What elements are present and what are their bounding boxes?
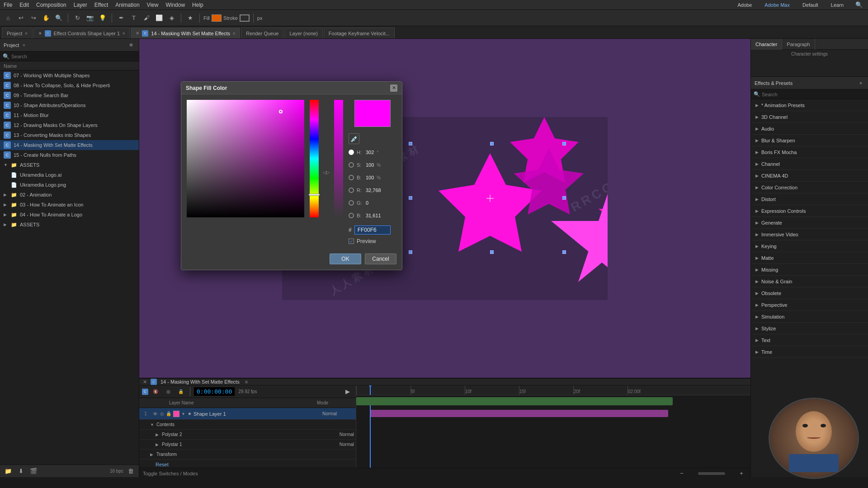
list-item[interactable]: C 07 - Working With Multiple Shapes — [0, 70, 139, 80]
hue-slider-wrap[interactable] — [310, 100, 319, 217]
effect-cat-time[interactable]: ▶ Time — [751, 346, 868, 358]
text-btn[interactable]: T — [128, 13, 139, 23]
animation-folder[interactable]: 📁 02 - Animation — [0, 190, 139, 200]
effect-cat-boris[interactable]: ▶ Boris FX Mocha — [751, 146, 868, 158]
effect-cat-noise[interactable]: ▶ Noise & Grain — [751, 276, 868, 287]
effect-cat-animation-presets[interactable]: ▶ * Animation Presets — [751, 99, 868, 111]
list-item[interactable]: C 12 - Drawing Masks On Shape Layers — [0, 120, 139, 130]
animate-logo-folder[interactable]: 📁 04 - How To Animate a Logo — [0, 210, 139, 220]
menu-item-file[interactable]: File — [4, 2, 12, 8]
undo-btn[interactable]: ↩ — [15, 13, 26, 23]
effect-cat-matte[interactable]: ▶ Matte — [751, 252, 868, 264]
tab-character[interactable]: Character — [751, 39, 782, 50]
preview-checkbox[interactable]: ✓ — [349, 239, 354, 244]
effect-cat-text[interactable]: ▶ Text — [751, 334, 868, 346]
track-bar-layer[interactable] — [370, 410, 668, 417]
home-btn[interactable]: ⌂ — [3, 13, 14, 23]
project-tab[interactable]: Project ≡ — [2, 28, 33, 38]
green-radio[interactable] — [349, 200, 354, 206]
sel-handle-tl[interactable] — [409, 142, 412, 145]
light-btn[interactable]: 💡 — [97, 13, 108, 23]
solo-btn[interactable]: ◎ — [163, 386, 174, 397]
menu-item-view[interactable]: View — [147, 2, 159, 8]
list-item-selected[interactable]: C 14 - Masking With Set Matte Effects — [0, 140, 139, 150]
menu-item-animation[interactable]: Animation — [115, 2, 139, 8]
brush-btn[interactable]: 🖌 — [141, 13, 152, 23]
cancel-button[interactable]: Cancel — [365, 253, 396, 264]
menu-item-help[interactable]: Help — [192, 2, 203, 8]
default-workspace-btn[interactable]: Default — [800, 1, 821, 9]
effects-menu-btn[interactable]: ≡ — [857, 80, 864, 87]
hue-radio[interactable] — [349, 150, 354, 155]
list-item[interactable]: C 13 - Converting Masks into Shapes — [0, 130, 139, 140]
effect-controls-tab[interactable]: ✕ C Effect Controls Shape Layer 1 ≡ — [33, 28, 130, 38]
list-item[interactable]: C 11 - Motion Blur — [0, 110, 139, 120]
effect-cat-perspective[interactable]: ▶ Perspective — [751, 299, 868, 311]
render-queue-tab[interactable]: Render Queue — [241, 28, 283, 38]
red-value[interactable]: 32,768 — [366, 188, 381, 193]
sel-handle-bl[interactable] — [409, 250, 412, 254]
search-workspace-btn[interactable]: 🔍 — [854, 0, 864, 10]
effect-cat-color-correction[interactable]: ▶ Color Correction — [751, 182, 868, 193]
close-timeline-icon[interactable]: ✕ — [143, 379, 147, 385]
list-item[interactable]: C 15 - Create Nulls from Paths — [0, 150, 139, 160]
sel-handle-ml[interactable] — [409, 196, 412, 200]
effect-cat-audio[interactable]: ▶ Audio — [751, 123, 868, 135]
sel-handle-mr[interactable] — [562, 196, 566, 200]
timeline-zoom-in-btn[interactable]: + — [736, 468, 747, 479]
shape-tool-btn[interactable]: ★ — [185, 13, 196, 23]
camera-btn[interactable]: 📷 — [85, 13, 95, 23]
playhead[interactable] — [370, 385, 371, 395]
toggle-switches-label[interactable]: Toggle Switches / Modes — [143, 471, 198, 476]
stamp-btn[interactable]: ◈ — [166, 13, 177, 23]
blue-radio[interactable] — [349, 213, 354, 218]
saturation-value[interactable]: 100 — [366, 162, 374, 168]
effect-cat-stylize[interactable]: ▶ Stylize — [751, 323, 868, 334]
lock-btn[interactable]: 🔒 — [175, 386, 186, 397]
menu-item-window[interactable]: Window — [165, 2, 185, 8]
sel-handle-tc[interactable] — [490, 142, 494, 145]
green-value[interactable]: 0 — [366, 200, 368, 206]
sublayer-polystar1[interactable]: Polystar 1 Normal — [139, 440, 356, 450]
timeline-zoom-slider[interactable] — [698, 472, 725, 475]
hand-tool-btn[interactable]: ✋ — [41, 13, 52, 23]
brightness-value[interactable]: 100 — [366, 175, 374, 180]
stroke-swatch[interactable] — [240, 14, 250, 22]
track-playhead[interactable] — [370, 405, 371, 468]
ok-button[interactable]: OK — [330, 253, 361, 264]
sublayer-polystar2[interactable]: Polystar 2 Normal — [139, 430, 356, 440]
list-item[interactable]: C 09 - Timeline Search Bar — [0, 90, 139, 100]
effect-cat-immersive[interactable]: ▶ Immersive Video — [751, 229, 868, 240]
sel-handle-bc[interactable] — [490, 250, 494, 254]
learn-btn[interactable]: Learn — [828, 1, 846, 9]
lock-icon[interactable]: 🔒 — [166, 411, 171, 416]
list-item[interactable]: 📄 Ukramedia Logo.ai — [0, 170, 139, 180]
footage-tab[interactable]: Footage Keyframe Velocit... — [324, 28, 395, 38]
list-item[interactable]: 📄 Ukramedia Logo.png — [0, 180, 139, 190]
brightness-radio[interactable] — [349, 175, 354, 180]
hue-slider[interactable] — [310, 100, 319, 217]
mute-btn[interactable]: 🔇 — [150, 386, 161, 397]
solo-icon[interactable]: ◎ — [160, 411, 164, 416]
assets-folder[interactable]: 📁 ASSETS — [0, 160, 139, 170]
sublayer-contents[interactable]: Contents — [139, 420, 356, 430]
effect-cat-expression[interactable]: ▶ Expression Controls — [751, 205, 868, 217]
adobe-btn[interactable]: Adobe — [735, 1, 755, 9]
redo-btn[interactable]: ↪ — [28, 13, 39, 23]
sel-handle-tr[interactable] — [562, 142, 566, 145]
effect-cat-generate[interactable]: ▶ Generate — [751, 217, 868, 229]
effect-cat-cinema4d[interactable]: ▶ CINEMA 4D — [751, 170, 868, 182]
new-folder-btn[interactable]: 📁 — [3, 466, 14, 477]
close-comp-tab[interactable]: ✕ — [136, 31, 139, 36]
close-dialog-btn[interactable]: ✕ — [390, 84, 397, 92]
composition-tab[interactable]: ✕ C 14 - Masking With Set Matte Effects … — [131, 28, 240, 38]
layer-tab[interactable]: Layer (none) — [284, 28, 322, 38]
layer-color-swatch[interactable] — [173, 411, 179, 417]
visibility-icon[interactable]: 👁 — [152, 411, 158, 417]
alpha-slider-wrap[interactable] — [334, 100, 343, 217]
effect-cat-missing[interactable]: ▶ Missing — [751, 264, 868, 276]
effect-cat-distort[interactable]: ▶ Distort — [751, 193, 868, 205]
effects-search-input[interactable] — [762, 92, 865, 97]
adobe-max-btn[interactable]: Adobe Max — [762, 1, 793, 9]
list-item[interactable]: C 08 - How To Collapse, Solo, & Hide Pro… — [0, 80, 139, 90]
